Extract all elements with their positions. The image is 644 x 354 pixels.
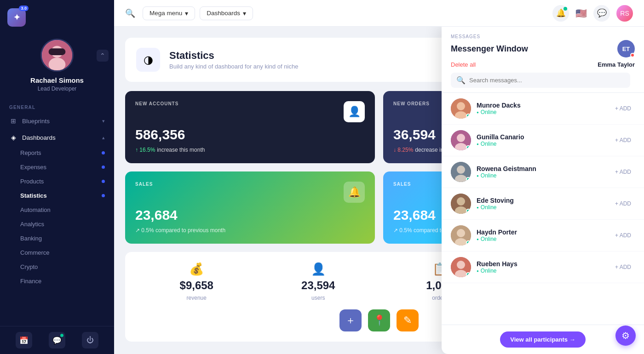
sidebar-item-finance[interactable]: Finance [0,274,114,288]
notifications-button[interactable]: 🔔 [552,5,569,22]
search-icon: 🔍 [125,8,135,18]
power-button[interactable]: ⏻ [82,332,98,348]
sidebar-item-analytics[interactable]: Analytics [0,217,114,231]
ede-avatar [451,194,471,214]
sidebar-item-dashboards[interactable]: ◈ Dashboards ▴ [0,129,114,146]
munroe-info: Munroe Dacks Online [477,102,606,115]
topbar-menu-buttons: Mega menu ▾ Dashboards ▾ [143,6,253,20]
ede-status: Online [477,204,606,211]
sales-green-value: 23,684 [135,207,365,223]
sidebar: ✦ 3.0 ⌃ Rachael Simons Lead Developer GE… [0,0,114,354]
rowena-name: Rowena Geistmann [477,165,606,172]
crypto-label: Crypto [20,263,38,270]
contact-munroe: Munroe Dacks Online + ADD [442,93,644,125]
edit-action-button[interactable]: ✎ [397,309,419,331]
contact-rueben: Rueben Hays Online + ADD [442,251,644,283]
topbar-right-section: 🔔 🇺🇸 💬 RS [552,5,633,22]
add-action-button[interactable]: ＋ [339,309,362,331]
gunilla-add-button[interactable]: + ADD [611,135,635,145]
messenger-header: MESSAGES Messenger Window ET Delete all … [442,27,644,93]
haydn-status: Online [477,236,606,242]
sidebar-item-blueprints[interactable]: ⊞ Blueprints ▾ [0,113,114,129]
munroe-add-button[interactable]: + ADD [611,103,635,114]
search-trigger[interactable]: 🔍 [125,8,135,18]
ede-info: Ede Stoving Online [477,197,606,211]
dashboards-btn-label: Dashboards [207,10,240,17]
contact-rowena: Rowena Geistmann Online + ADD [442,156,644,188]
statistics-dot [102,194,105,197]
new-accounts-card: NEW ACCOUNTS 👤 586,356 ↑ 16.5% increase … [125,91,375,163]
delete-all-button[interactable]: Delete all [451,61,476,68]
banking-label: Banking [20,235,42,242]
svg-point-17 [457,229,465,237]
sales-green-symbol: 🔔 [348,186,361,198]
contact-list: Munroe Dacks Online + ADD Gunilla Canari… [442,93,644,325]
dashboards-button[interactable]: Dashboards ▾ [200,6,253,20]
sidebar-item-statistics[interactable]: Statistics [0,188,114,203]
new-accounts-label: NEW ACCOUNTS [135,101,178,106]
notification-dot [564,7,567,11]
mega-menu-chevron: ▾ [185,10,188,17]
messages-icon: 💬 [597,8,607,18]
sidebar-navigation: ⊞ Blueprints ▾ ◈ Dashboards ▴ Reports Ex… [0,113,114,326]
svg-point-2 [49,58,66,71]
et-status-dot [630,53,635,57]
sales-blue-label: SALES [393,182,411,187]
statistics-header-text: Statistics Build any kind of dashboard f… [169,50,298,70]
messages-button[interactable]: 💬 [593,5,610,22]
mega-menu-button[interactable]: Mega menu ▾ [143,6,195,20]
user-avatar-topbar[interactable]: RS [616,5,633,22]
change-text: increase this month [157,147,205,153]
sidebar-item-expenses[interactable]: Expenses [0,160,114,174]
location-action-button[interactable]: 📍 [368,309,390,331]
view-all-participants-button[interactable]: View all participants → [500,331,585,348]
rowena-add-button[interactable]: + ADD [611,167,635,177]
sidebar-section-general: GENERAL [0,101,114,113]
sidebar-item-commerce[interactable]: Commerce [0,246,114,260]
settings-fab-button[interactable]: ⚙ [615,325,636,346]
sidebar-item-automation[interactable]: Automation [0,203,114,217]
rueben-online-dot [466,272,471,277]
calendar-button[interactable]: 📅 [16,332,32,348]
svg-rect-3 [49,48,66,55]
settings-icon: ⚙ [621,330,630,341]
sidebar-toggle-button[interactable]: ⌃ [97,50,109,62]
rowena-info: Rowena Geistmann Online [477,165,606,179]
chat-button[interactable]: 💬 [49,332,65,348]
message-search-bar[interactable]: 🔍 [451,73,630,88]
sidebar-item-banking[interactable]: Banking [0,231,114,246]
profile-role: Lead Developer [38,86,77,92]
haydn-avatar [451,225,471,246]
sidebar-item-products[interactable]: Products [0,174,114,188]
power-icon: ⏻ [86,336,94,344]
rueben-avatar [451,257,471,277]
search-messages-input[interactable] [469,77,625,84]
munroe-name: Munroe Dacks [477,102,606,109]
automation-label: Automation [20,206,51,213]
dashboards-icon: ◈ [9,133,17,142]
language-flag[interactable]: 🇺🇸 [575,8,587,19]
new-accounts-value: 586,356 [135,127,365,142]
avatar-image [42,39,72,72]
users-label: users [311,295,325,301]
revenue-label: revenue [187,295,207,301]
sidebar-item-crypto[interactable]: Crypto [0,260,114,274]
accounts-symbol: 👤 [348,106,361,118]
blueprints-arrow: ▾ [102,118,105,124]
revenue-icon: 💰 [189,262,204,276]
new-orders-label: NEW ORDERS [393,101,430,106]
sidebar-logo-area: ✦ 3.0 [0,0,114,31]
haydn-add-button[interactable]: + ADD [611,230,635,240]
users-icon: 👤 [311,262,326,276]
svg-point-5 [457,102,465,110]
statistics-label: Statistics [20,192,47,199]
app-logo[interactable]: ✦ 3.0 [7,8,26,27]
messenger-actions-row: Delete all Emma Taylor [451,61,635,68]
expenses-label: Expenses [20,164,46,171]
dashboards-arrow: ▴ [102,135,105,141]
rueben-add-button[interactable]: + ADD [611,262,635,272]
sidebar-item-reports[interactable]: Reports [0,146,114,160]
messenger-footer: View all participants → [442,325,644,354]
gunilla-status: Online [477,141,606,147]
ede-add-button[interactable]: + ADD [611,199,635,209]
